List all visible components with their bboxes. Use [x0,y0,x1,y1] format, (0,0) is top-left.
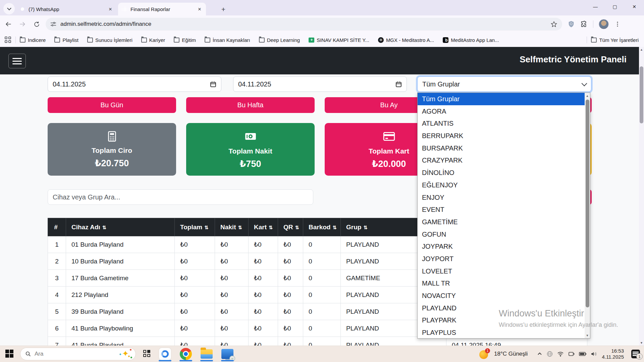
calendar-icon[interactable] [210,81,216,87]
today-button[interactable]: Bu Gün [48,97,176,113]
chevron-up-icon[interactable] [537,351,542,357]
this-week-button[interactable]: Bu Hafta [186,97,315,113]
bookmark-item[interactable]: Playlist [54,37,78,43]
scroll-down-arrow[interactable]: ▼ [639,340,644,346]
app-remote-desktop[interactable] [220,346,234,362]
speaker-icon[interactable] [591,351,597,357]
dropdown-scrollbar[interactable]: ▲ ▼ [585,93,590,338]
taskbar-search-input[interactable] [35,351,121,357]
app-sync-browser[interactable] [158,346,172,362]
table-header-cell[interactable]: # [48,218,66,236]
weather-sun-icon[interactable]: 1 [479,349,489,359]
tab-close-icon[interactable]: ✕ [197,6,203,12]
url-text[interactable]: admin.selfmetric.com/admin/finance [60,21,550,27]
scroll-up-arrow[interactable]: ▲ [585,93,590,99]
copilot-sparkle-icon[interactable]: ✦✦✦ [121,349,131,359]
forward-button[interactable] [17,18,28,30]
wifi-icon[interactable] [557,351,564,357]
bookmark-item[interactable]: SINAV KAMPI SİTE Y... [309,37,369,43]
extensions-puzzle-icon[interactable] [580,20,588,28]
table-header-cell[interactable]: Toplam⇅ [175,218,215,236]
group-option[interactable]: EVENT [418,203,585,216]
group-option[interactable]: AGORA [418,105,585,118]
reload-button[interactable] [31,18,42,30]
group-option[interactable]: CRAZYPARK [418,154,585,167]
minimize-button[interactable]: — [586,0,605,13]
new-tab-button[interactable]: + [219,5,228,14]
maximize-button[interactable]: ▢ [605,0,625,13]
bookmark-item[interactable]: Sunucu İşlemleri [87,37,132,43]
cast-icon[interactable] [568,351,575,357]
weather-text[interactable]: 18°C Güneşli [494,351,528,357]
notification-center-icon[interactable]: 1 [631,350,640,358]
group-option[interactable]: BERRUPARK [418,130,585,142]
group-option[interactable]: BURSAPARK [418,142,585,155]
start-button-icon[interactable] [5,350,14,358]
sort-icon: ⇅ [269,225,273,230]
app-chrome[interactable] [179,346,193,362]
hamburger-menu-button[interactable] [8,54,26,68]
group-option[interactable]: NOVACITY [418,290,585,302]
sort-icon: ⇅ [295,225,300,230]
bookmark-star-icon[interactable] [550,21,557,28]
sort-icon: ⇅ [363,225,368,230]
scrollbar-thumb[interactable] [640,66,643,123]
scrollbar-thumb[interactable] [586,100,589,307]
group-option[interactable]: ENJOY [418,191,585,204]
scroll-up-arrow[interactable]: ▲ [639,47,644,52]
bookmark-item[interactable]: MGX - Meditastro A... [378,37,434,43]
group-option[interactable]: Tüm Gruplar [418,93,585,105]
date-from-input[interactable]: 04.11.2025 [48,76,221,92]
taskbar-clock[interactable]: 16:53 4.11.2025 [602,348,624,360]
table-header-cell[interactable]: Cihaz Adı⇅ [66,218,175,236]
tab-search-button[interactable] [3,3,15,14]
date-to-input[interactable]: 04.11.2025 [233,76,407,92]
group-filter-select[interactable]: Tüm Gruplar [417,76,591,92]
table-header-cell[interactable]: Nakit⇅ [215,218,249,236]
group-option[interactable]: JOYPARK [418,240,585,253]
battery-icon[interactable] [579,352,586,356]
taskbar-search[interactable]: ✦✦✦ [20,348,136,360]
group-option[interactable]: JOYPORT [418,253,585,265]
group-option[interactable]: DİNOLİNO [418,167,585,179]
group-option[interactable]: GOFUN [418,228,585,241]
globe-tray-icon[interactable] [547,351,553,357]
group-option[interactable]: LOVELET [418,265,585,278]
all-bookmarks-folder[interactable]: Tüm Yer İşaretleri [591,37,639,43]
device-search-input[interactable] [48,189,313,205]
bookmark-item[interactable]: Eğitim [174,37,196,43]
table-header-cell[interactable]: QR⇅ [278,218,303,236]
bookmark-item[interactable]: Deep Learning [259,37,300,43]
profile-avatar[interactable] [599,19,609,29]
bookmark-item[interactable]: Indicere [20,37,46,43]
app-file-explorer[interactable] [200,346,214,362]
tab-title: (7) WhatsApp [29,6,105,12]
page-scrollbar[interactable]: ▲ ▼ [639,47,644,346]
browser-menu-icon[interactable] [614,21,621,27]
close-button[interactable]: ✕ [625,0,644,13]
bookmark-folder-icon [54,38,60,43]
scroll-down-arrow[interactable]: ▼ [585,333,590,338]
task-view-icon[interactable] [143,350,151,358]
adblock-shield-icon[interactable] [568,20,575,28]
table-header-cell[interactable]: Barkod⇅ [303,218,341,236]
windows-activation-watermark: Windows'u Etkinleştir Windows'u etkinleş… [499,308,618,328]
calendar-icon[interactable] [395,81,402,87]
tab-finansal-raporlar[interactable]: Finansal Raporlar ✕ [118,3,206,15]
bookmark-item[interactable]: MeditAstro App Lan... [443,37,499,43]
site-settings-icon[interactable] [50,21,56,27]
bookmark-item[interactable]: Kariyer [141,37,165,43]
table-header-cell[interactable]: Kart⇅ [249,218,278,236]
file-explorer-icon [201,349,213,359]
address-bar[interactable]: admin.selfmetric.com/admin/finance [46,18,562,31]
group-option[interactable]: EĞLENJOY [418,179,585,191]
tab-whatsapp[interactable]: (7) WhatsApp ✕ [16,3,117,15]
back-button[interactable] [3,18,14,30]
group-option[interactable]: GAMETİME [418,216,585,228]
group-option[interactable]: ATLANTIS [418,117,585,130]
bookmark-item[interactable]: İnsan Kaynakları [205,37,250,43]
apps-grid-icon[interactable] [5,37,11,43]
group-option[interactable]: MALL TR [418,277,585,290]
sort-icon: ⇅ [238,225,242,230]
tab-close-icon[interactable]: ✕ [107,6,113,12]
